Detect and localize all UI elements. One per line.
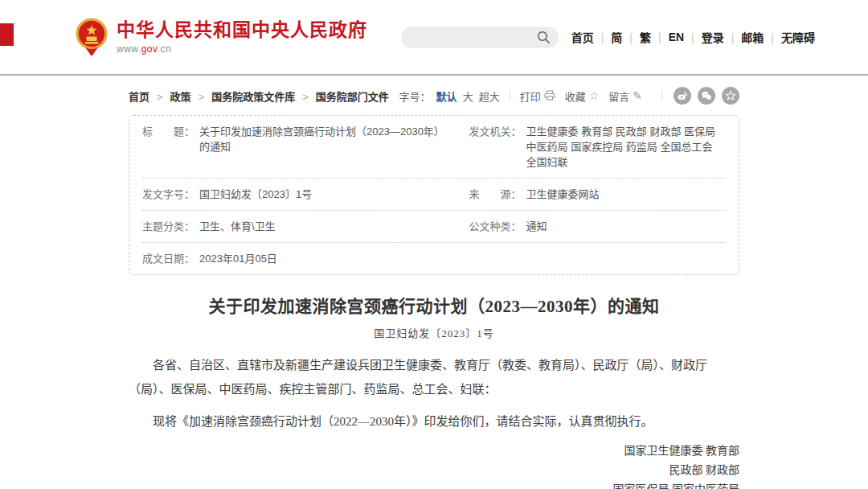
brand-text: 中华人民共和国中央人民政府 www.gov.cn — [117, 19, 367, 55]
signature-line: 国家卫生健康委 教育部 — [129, 442, 739, 461]
signature-line: 民政部 财政部 — [129, 461, 739, 480]
breadcrumb-home[interactable]: 首页 — [129, 88, 149, 104]
site-url-prefix: www. — [117, 43, 141, 55]
meta-value: 关于印发加速消除宫颈癌行动计划（2023—2030年）的通知 — [199, 124, 455, 170]
meta-issuer-cell: 发文机关： 卫生健康委 教育部 民政部 财政部 医保局 中医药局 国家疾控局 药… — [469, 124, 726, 170]
meta-label: 发文字号： — [142, 187, 194, 202]
breadcrumb-policy-library[interactable]: 国务院政策文件库 — [191, 88, 296, 104]
comment-button[interactable]: 留言 ✎ — [608, 88, 642, 104]
breadcrumb: 首页 政策 国务院政策文件库 国务院部门文件 — [129, 88, 389, 104]
document-paragraph: 现将《加速消除宫颈癌行动计划（2022—2030年）》印发给你们，请结合实际，认… — [129, 409, 739, 434]
print-button[interactable]: 打印 — [520, 88, 555, 104]
divider — [510, 90, 510, 101]
document-title: 关于印发加速消除宫颈癌行动计划（2023—2030年）的通知 — [129, 293, 739, 317]
red-marker — [0, 23, 14, 46]
meta-empty-cell — [469, 251, 726, 266]
meta-value: 卫生、体育\卫生 — [199, 219, 276, 234]
header-divider — [0, 74, 868, 76]
document-text: 各省、自治区、直辖市及新疆生产建设兵团卫生健康委、教育厅（教委、教育局）、民政厅… — [129, 353, 739, 434]
site-header: 中华人民共和国中央人民政府 www.gov.cn 首页 简 繁 EN 登录 — [0, 0, 868, 74]
meta-row: 标 题： 关于印发加速消除宫颈癌行动计划（2023—2030年）的通知 发文机关… — [142, 116, 726, 179]
meta-title-cell: 标 题： 关于印发加速消除宫颈癌行动计划（2023—2030年）的通知 — [142, 124, 469, 170]
meta-label: 成文日期： — [142, 251, 194, 266]
document-paragraph: 各省、自治区、直辖市及新疆生产建设兵团卫生健康委、教育厅（教委、教育局）、民政厅… — [129, 353, 739, 401]
header-right: 首页 简 繁 EN 登录 邮箱 无障碍 — [401, 27, 815, 48]
meta-value: 通知 — [526, 219, 547, 234]
meta-source-cell: 来 源： 卫生健康委网站 — [469, 187, 726, 202]
nav-home[interactable]: 首页 — [571, 29, 594, 45]
meta-label: 来 源： — [469, 187, 522, 202]
nav-traditional[interactable]: 繁 — [622, 29, 651, 45]
search-icon[interactable] — [537, 31, 551, 44]
share-buttons — [674, 87, 739, 105]
meta-label: 发文机关： — [469, 124, 522, 170]
star-icon: ☆ — [589, 90, 600, 101]
breadcrumb-policy[interactable]: 政策 — [149, 88, 191, 104]
toolbar-right: 字号： 默认 大 超大 打印 收藏 ☆ — [399, 87, 739, 105]
meta-value: 2023年01月05日 — [199, 251, 277, 266]
top-nav: 首页 简 繁 EN 登录 邮箱 无障碍 — [571, 29, 815, 45]
signature-block: 国家卫生健康委 教育部 民政部 财政部 国家医保局 国家中医药局 国家疾控局 国… — [129, 442, 739, 489]
font-size-label: 字号： — [399, 88, 431, 104]
meta-category-cell: 主题分类： 卫生、体育\卫生 — [142, 219, 469, 234]
document-body: 关于印发加速消除宫颈癌行动计划（2023—2030年）的通知 国卫妇幼发〔202… — [129, 293, 739, 489]
meta-label: 主题分类： — [142, 219, 194, 234]
weibo-share-icon[interactable] — [674, 87, 691, 105]
meta-label: 公文种类： — [469, 219, 522, 234]
nav-mail[interactable]: 邮箱 — [724, 29, 764, 45]
meta-table: 标 题： 关于印发加速消除宫颈癌行动计划（2023—2030年）的通知 发文机关… — [129, 115, 739, 275]
font-size-xlarge[interactable]: 超大 — [479, 88, 500, 104]
nav-accessibility[interactable]: 无障碍 — [764, 29, 815, 45]
favorite-label: 收藏 — [565, 88, 586, 104]
meta-doctype-cell: 公文种类： 通知 — [469, 219, 726, 234]
nav-english[interactable]: EN — [651, 31, 684, 43]
document-number: 国卫妇幼发〔2023〕1号 — [129, 325, 739, 340]
site-url-suffix: .cn — [158, 43, 172, 55]
site-url-gov: gov — [141, 43, 158, 55]
site-brand[interactable]: 中华人民共和国中央人民政府 www.gov.cn — [75, 18, 367, 56]
meta-row: 主题分类： 卫生、体育\卫生 公文种类： 通知 — [142, 211, 726, 243]
search-input[interactable] — [409, 31, 537, 43]
meta-value: 卫生健康委网站 — [526, 187, 600, 202]
font-size-large[interactable]: 大 — [463, 88, 473, 104]
main-content: 首页 政策 国务院政策文件库 国务院部门文件 字号： 默认 大 超大 打印 — [129, 86, 739, 489]
signature-line: 国家医保局 国家中医药局 — [129, 480, 739, 489]
meta-row: 成文日期： 2023年01月05日 — [142, 243, 726, 274]
meta-docnumber-cell: 发文字号： 国卫妇幼发〔2023〕1号 — [142, 187, 469, 202]
font-size-control: 字号： 默认 大 超大 — [399, 88, 500, 104]
comment-label: 留言 — [608, 88, 629, 104]
nav-login[interactable]: 登录 — [684, 29, 724, 45]
search-box[interactable] — [401, 27, 559, 48]
meta-label: 标 题： — [142, 124, 194, 170]
breadcrumb-department-docs[interactable]: 国务院部门文件 — [295, 88, 389, 104]
site-title: 中华人民共和国中央人民政府 — [117, 19, 367, 42]
printer-icon — [544, 90, 555, 102]
nav-simplified[interactable]: 简 — [594, 29, 623, 45]
wechat-share-icon[interactable] — [698, 87, 715, 105]
site-url: www.gov.cn — [117, 43, 367, 55]
meta-row: 发文字号： 国卫妇幼发〔2023〕1号 来 源： 卫生健康委网站 — [142, 179, 726, 211]
print-label: 打印 — [520, 88, 541, 104]
qzone-share-icon[interactable] — [722, 87, 739, 105]
national-emblem-logo — [75, 18, 108, 56]
meta-value: 国卫妇幼发〔2023〕1号 — [199, 187, 312, 202]
font-size-default[interactable]: 默认 — [436, 88, 457, 104]
meta-date-cell: 成文日期： 2023年01月05日 — [142, 251, 469, 266]
divider — [661, 90, 662, 101]
favorite-button[interactable]: 收藏 ☆ — [565, 88, 600, 104]
toolbar: 首页 政策 国务院政策文件库 国务院部门文件 字号： 默认 大 超大 打印 — [129, 86, 739, 105]
meta-value: 卫生健康委 教育部 民政部 财政部 医保局 中医药局 国家疾控局 药监局 全国总… — [526, 124, 726, 170]
pencil-icon: ✎ — [633, 90, 642, 101]
